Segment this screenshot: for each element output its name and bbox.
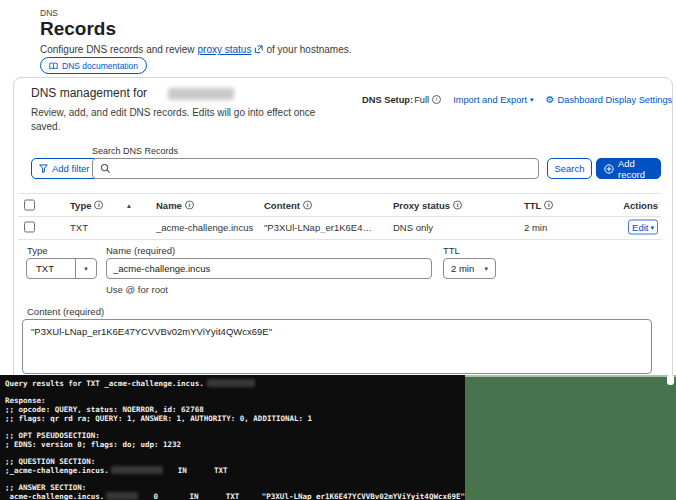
search-icon [100, 163, 111, 174]
terminal-line: ;; flags: qr rd ra; QUERY: 1, ANSWER: 1,… [5, 414, 465, 423]
terminal-line-blank [5, 449, 465, 458]
column-header-name-label: Name [156, 200, 182, 211]
row-type: TXT [70, 222, 88, 233]
column-header-name[interactable]: Name [156, 200, 194, 211]
dns-setup-status: DNS Setup: Full [362, 95, 441, 105]
chevron-down-icon: ▾ [484, 265, 488, 273]
content-textarea[interactable]: "P3XUl-LNap_er1K6E47YCVVBv02mYViYyit4QWc… [22, 319, 652, 374]
row-proxy-status: DNS only [393, 222, 433, 233]
chevron-down-icon: ▾ [650, 223, 654, 231]
edit-record-button[interactable]: Edit ▾ [628, 220, 658, 235]
row-content: "P3XUl-LNap_er1K6E47YCVVBv02mYViYyit4QWc… [264, 222, 376, 233]
book-icon [49, 62, 58, 70]
card-title: DNS management for [31, 86, 147, 100]
terminal-line-answer: _acme-challenge.incus. 0 IN TXT "P3XUl-L… [5, 492, 465, 500]
sort-asc-icon[interactable]: ▴ [127, 201, 131, 210]
terminal-window[interactable]: Query results for TXT _acme-challenge.in… [0, 375, 465, 500]
terminal-question-name: ;_acme-challenge.incus. [5, 466, 109, 475]
column-header-type-label: Type [70, 200, 91, 211]
scrollbar-thumb[interactable] [667, 375, 674, 385]
row-ttl: 2 min [524, 222, 547, 233]
column-header-content-label: Content [264, 200, 300, 211]
column-header-proxy-status[interactable]: Proxy status [393, 200, 462, 211]
dashboard-display-settings-label: Dashboard Display Settings [558, 95, 673, 105]
import-export-button[interactable]: Import and Export ▾ [453, 95, 533, 105]
table-row: TXT _acme-challenge.incus "P3XUl-LNap_er… [18, 215, 661, 240]
type-select-caret-cell: ▾ [75, 259, 96, 278]
terminal-line-blank [5, 388, 465, 397]
header-checkbox-cell [24, 200, 35, 211]
add-record-button[interactable]: Add record [596, 158, 661, 179]
page-subtitle: Configure DNS records and review proxy s… [40, 44, 351, 55]
dns-setup-label: DNS Setup: [362, 95, 413, 105]
add-record-label: Add record [618, 158, 653, 180]
terminal-line: Response: [5, 396, 465, 405]
name-help-text: Use @ for root [106, 284, 168, 295]
redacted-zone-name [207, 379, 255, 387]
name-input[interactable] [106, 258, 432, 279]
table-header-row: Type ▴ Name Content Proxy status TTL Act… [18, 193, 661, 217]
terminal-line: ;; QUESTION SECTION: [5, 457, 465, 466]
column-header-actions-label: Actions [623, 200, 658, 211]
add-filter-label: Add filter [52, 163, 90, 174]
proxy-status-link[interactable]: proxy status [198, 44, 252, 55]
search-input[interactable] [92, 158, 539, 179]
row-checkbox-cell [24, 222, 35, 233]
row-name: _acme-challenge.incus [156, 222, 253, 233]
terminal-query-title: Query results for TXT _acme-challenge.in… [5, 379, 204, 388]
terminal-line-blank [5, 475, 465, 484]
terminal-answer-record: 0 IN TXT "P3XUl-LNap_er1K6E47YCVVBv02mYV… [153, 492, 465, 500]
edit-label: Edit [632, 222, 648, 233]
dns-setup-value: Full [414, 95, 429, 105]
add-filter-button[interactable]: Add filter [31, 158, 98, 179]
terminal-line-question: ;_acme-challenge.incus. IN TXT [5, 466, 465, 475]
column-header-ttl-label: TTL [524, 200, 541, 211]
redacted-zone-name [111, 466, 163, 474]
terminal-line-blank [5, 422, 465, 431]
search-button[interactable]: Search [547, 158, 592, 179]
ttl-select-value: 2 min [451, 263, 474, 274]
column-header-content[interactable]: Content [264, 200, 312, 211]
ttl-select[interactable]: 2 min ▾ [443, 258, 496, 279]
dns-documentation-label: DNS documentation [62, 61, 138, 71]
terminal-line-title: Query results for TXT _acme-challenge.in… [5, 379, 465, 388]
import-export-label: Import and Export [453, 95, 527, 105]
row-actions-cell: Edit ▾ [628, 220, 658, 235]
info-icon[interactable] [432, 95, 441, 104]
chevron-down-icon: ▾ [530, 96, 534, 104]
chevron-down-icon: ▾ [84, 265, 88, 273]
column-header-proxy-label: Proxy status [393, 200, 450, 211]
external-link-icon [254, 45, 263, 54]
select-all-checkbox[interactable] [24, 200, 35, 211]
redacted-zone-name [106, 492, 138, 500]
info-icon[interactable] [94, 201, 103, 210]
desktop-background [465, 375, 676, 500]
redacted-zone-name [168, 88, 234, 100]
info-icon[interactable] [185, 201, 194, 210]
ttl-field-label: TTL [443, 245, 460, 256]
terminal-question-record: IN TXT [178, 466, 228, 475]
search-input-label: Search DNS Records [92, 146, 178, 156]
column-header-type[interactable]: Type [70, 200, 103, 211]
terminal-line: ; EDNS: version 0; flags: do; udp: 1232 [5, 440, 465, 449]
name-field-label: Name (required) [106, 245, 175, 256]
dns-records-page: DNS Records Configure DNS records and re… [0, 0, 676, 500]
column-header-actions: Actions [623, 200, 658, 211]
terminal-answer-name: _acme-challenge.incus. [5, 492, 104, 500]
dashboard-display-settings-button[interactable]: ⚙ Dashboard Display Settings [546, 94, 673, 105]
card-meta-row: DNS Setup: Full Import and Export ▾ ⚙ Da… [362, 94, 672, 105]
type-field-label: Type [27, 245, 48, 256]
terminal-line: ;; opcode: QUERY, status: NOERROR, id: 6… [5, 405, 465, 414]
subtitle-text: Configure DNS records and review [40, 44, 195, 55]
info-icon[interactable] [303, 201, 312, 210]
dns-documentation-button[interactable]: DNS documentation [40, 57, 147, 74]
column-header-ttl[interactable]: TTL [524, 200, 553, 211]
page-title: Records [40, 18, 116, 40]
type-select-value: TXT [27, 263, 75, 274]
info-icon[interactable] [544, 201, 553, 210]
type-select[interactable]: TXT ▾ [26, 258, 97, 279]
terminal-line: ;; OPT PSEUDOSECTION: [5, 431, 465, 440]
info-icon[interactable] [453, 201, 462, 210]
card-description: Review, add, and edit DNS records. Edits… [31, 106, 341, 134]
row-checkbox[interactable] [24, 222, 35, 233]
